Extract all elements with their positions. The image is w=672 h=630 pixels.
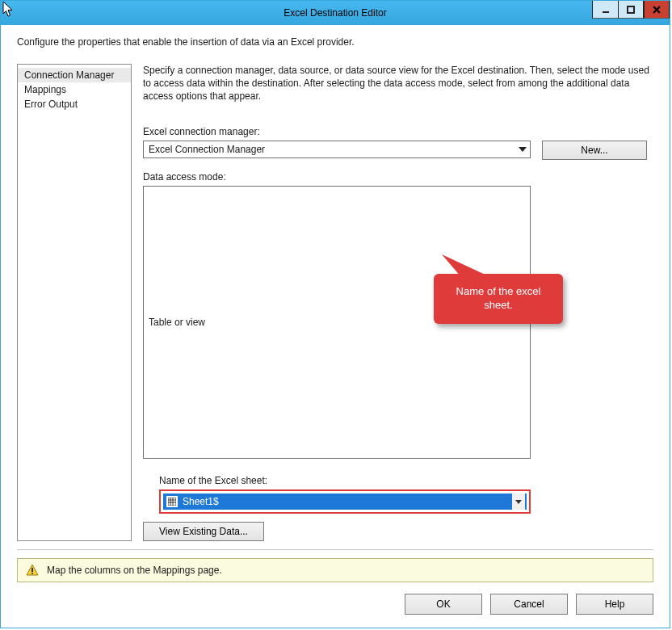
new-connection-button[interactable]: New...: [542, 141, 647, 160]
warning-icon: [26, 564, 39, 577]
sheet-highlight-annotation: Sheet1$: [159, 489, 531, 514]
cancel-button[interactable]: Cancel: [490, 594, 568, 615]
nav-panel: Connection Manager Mappings Error Output: [17, 64, 132, 541]
chevron-down-icon: [512, 494, 525, 510]
nav-item-error-output[interactable]: Error Output: [18, 97, 131, 111]
window: Excel Destination Editor Configure the p…: [0, 0, 670, 628]
close-button[interactable]: [644, 1, 670, 19]
window-title: Excel Destination Editor: [1, 7, 670, 19]
sheet-name-label: Name of the Excel sheet:: [159, 475, 531, 486]
conn-manager-label: Excel connection manager:: [143, 126, 653, 137]
nav-item-mappings[interactable]: Mappings: [18, 82, 131, 97]
svg-rect-0: [603, 11, 609, 13]
sheet-name-combo[interactable]: Sheet1$: [163, 494, 527, 510]
nav-item-connection-manager[interactable]: Connection Manager: [18, 68, 131, 82]
view-existing-data-button[interactable]: View Existing Data...: [143, 522, 264, 541]
annotation-callout: Name of the excel sheet.: [434, 274, 563, 324]
svg-rect-7: [32, 568, 33, 572]
svg-rect-1: [628, 6, 634, 13]
titlebar: Excel Destination Editor: [1, 1, 670, 25]
warning-text: Map the columns on the Mappings page.: [47, 565, 222, 576]
intro-text: Configure the properties that enable the…: [17, 36, 653, 48]
description-text: Specify a connection manager, data sourc…: [143, 64, 653, 103]
ok-button[interactable]: OK: [405, 594, 482, 615]
table-icon: [166, 496, 178, 507]
sheet-name-value: Sheet1$: [183, 496, 219, 507]
svg-rect-2: [168, 498, 176, 506]
conn-manager-value: Excel Connection Manager: [149, 144, 265, 155]
minimize-button[interactable]: [592, 1, 618, 19]
data-access-mode-label: Data access mode:: [143, 171, 653, 183]
warning-bar: Map the columns on the Mappings page.: [17, 558, 653, 582]
data-access-mode-value: Table or view: [149, 317, 205, 328]
help-button[interactable]: Help: [576, 594, 653, 615]
maximize-button[interactable]: [618, 1, 644, 19]
conn-manager-combo[interactable]: Excel Connection Manager: [143, 141, 531, 158]
svg-rect-8: [32, 573, 33, 574]
chevron-down-icon: [519, 147, 527, 152]
separator: [17, 549, 653, 550]
